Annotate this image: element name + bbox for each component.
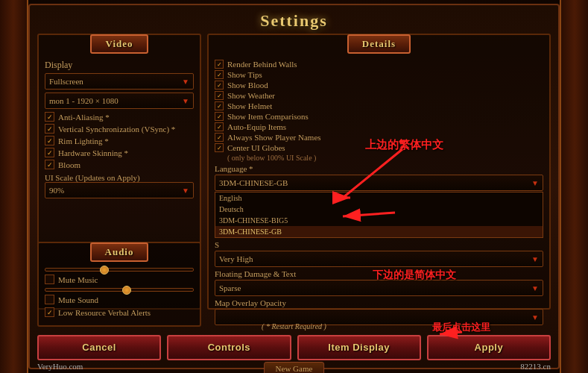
uiscale-dropdown[interactable]: 90% ▼: [45, 182, 194, 198]
cancel-button[interactable]: Cancel: [37, 335, 161, 360]
rimlighting-row[interactable]: Rim Lighting *: [45, 136, 194, 145]
renderbehindwalls-label: Render Behind Walls: [227, 60, 297, 69]
lang-option-english[interactable]: English: [215, 192, 543, 204]
rimlighting-label: Rim Lighting *: [58, 137, 109, 145]
uiscale-arrow-icon: ▼: [182, 186, 189, 195]
detail-centerglobes[interactable]: Center UI Globes: [215, 143, 543, 152]
apply-button[interactable]: Apply: [427, 335, 551, 360]
uiscale-label: UI Scale (Updates on Apply): [45, 173, 194, 182]
mutemusic-label: Mute Music: [58, 275, 98, 284]
detail-showweather[interactable]: Show Weather: [215, 91, 543, 100]
fullscreen-value: Fullscreen: [49, 77, 83, 86]
detail-alwaysshownames[interactable]: Always Show Player Names: [215, 133, 543, 142]
floating-value: Sparse: [219, 283, 241, 292]
centerglobes-label: Center UI Globes: [227, 143, 285, 152]
side-decoration-left: [0, 0, 28, 373]
vsync-row[interactable]: Vertical Synchronization (VSync) *: [45, 124, 194, 134]
floating-label: Floating Damage & Text: [215, 269, 543, 278]
fullscreen-dropdown[interactable]: Fullscreen ▼: [45, 73, 194, 90]
showtips-checkbox[interactable]: [215, 70, 224, 79]
hwskinning-row[interactable]: Hardware Skinning *: [45, 148, 194, 157]
lang-option-big5[interactable]: 3DM-CHINESE-BIG5: [215, 215, 543, 226]
floating-arrow-icon: ▼: [531, 284, 539, 292]
settings-title: Settings: [30, 5, 558, 34]
sound-slider[interactable]: [45, 288, 194, 292]
video-panel-header: Video: [45, 35, 194, 54]
detail-showtips[interactable]: Show Tips: [215, 70, 543, 79]
music-slider-thumb[interactable]: [100, 266, 109, 275]
bloom-row[interactable]: Bloom: [45, 160, 194, 169]
controls-button[interactable]: Controls: [167, 335, 291, 360]
lang-option-deutsch[interactable]: Deutsch: [215, 204, 543, 215]
antialiasing-checkbox[interactable]: [45, 112, 54, 122]
shadow-arrow-icon: ▼: [531, 255, 539, 263]
autoequip-label: Auto-Equip Items: [227, 122, 286, 131]
mutesound-row[interactable]: Mute Sound: [45, 295, 194, 304]
lowresource-label: Low Resource Verbal Alerts: [58, 308, 151, 317]
lowresource-row[interactable]: Low Resource Verbal Alerts: [45, 307, 194, 317]
audio-panel-header: Audio: [45, 243, 194, 262]
fullscreen-arrow-icon: ▼: [182, 78, 189, 86]
resolution-dropdown[interactable]: mon 1 - 1920 × 1080 ▼: [45, 93, 194, 109]
showweather-checkbox[interactable]: [215, 91, 224, 100]
alwaysshownames-checkbox[interactable]: [215, 133, 224, 142]
showblood-checkbox[interactable]: [215, 81, 224, 90]
bloom-checkbox[interactable]: [45, 160, 54, 169]
detail-renderbehindwalls[interactable]: Render Behind Walls: [215, 60, 543, 69]
shadow-label: S: [215, 240, 543, 249]
detail-showhelmet[interactable]: Show Helmet: [215, 101, 543, 110]
hwskinning-checkbox[interactable]: [45, 148, 54, 157]
hwskinning-label: Hardware Skinning *: [58, 148, 128, 157]
new-game-button[interactable]: New Game: [264, 362, 325, 373]
language-dropdown-open[interactable]: English Deutsch 3DM-CHINESE-BIG5 3DM-CHI…: [215, 192, 543, 238]
showweather-label: Show Weather: [227, 91, 275, 100]
language-current: 3DM-CHINESE-GB: [219, 178, 288, 187]
side-decoration-right: [560, 0, 588, 373]
sound-volume-row: [45, 288, 194, 292]
mutemusic-row[interactable]: Mute Music: [45, 275, 194, 284]
language-dropdown[interactable]: 3DM-CHINESE-GB ▼: [215, 175, 543, 191]
antialiasing-label: Anti-Aliasing *: [58, 113, 110, 122]
shadow-value: Very High: [219, 254, 253, 263]
audio-header-label: Audio: [90, 242, 149, 262]
mapopacity-arrow-icon: ▼: [531, 313, 539, 322]
rimlighting-checkbox[interactable]: [45, 136, 54, 145]
autoequip-checkbox[interactable]: [215, 122, 224, 131]
details-panel: Details Render Behind Walls Show Tips Sh…: [207, 34, 551, 310]
language-arrow-icon: ▼: [531, 179, 539, 187]
showitemcomparisons-checkbox[interactable]: [215, 112, 224, 121]
alwaysshownames-label: Always Show Player Names: [227, 133, 321, 142]
music-volume-row: [45, 268, 194, 272]
showhelmet-label: Show Helmet: [227, 101, 272, 110]
resolution-arrow-icon: ▼: [182, 97, 189, 105]
detail-autoequip[interactable]: Auto-Equip Items: [215, 122, 543, 131]
lowresource-checkbox[interactable]: [45, 307, 54, 317]
bottom-buttons: Cancel Controls Item Display Apply: [37, 335, 551, 360]
showblood-label: Show Blood: [227, 81, 268, 90]
centerglobes-checkbox[interactable]: [215, 143, 224, 152]
showitemcomparisons-label: Show Item Comparisons: [227, 112, 309, 121]
language-label: Language *: [215, 164, 543, 173]
resolution-value: mon 1 - 1920 × 1080: [49, 96, 118, 105]
antialiasing-row[interactable]: Anti-Aliasing *: [45, 112, 194, 122]
showtips-label: Show Tips: [227, 70, 262, 79]
detail-showitemcomparisons[interactable]: Show Item Comparisons: [215, 112, 543, 121]
lang-option-gb[interactable]: 3DM-CHINESE-GB: [215, 226, 543, 237]
detail-showblood[interactable]: Show Blood: [215, 81, 543, 90]
globe-note: ( only below 100% UI Scale ): [227, 154, 543, 162]
mutesound-checkbox[interactable]: [45, 295, 54, 304]
floating-dropdown[interactable]: Sparse ▼: [215, 280, 543, 296]
sound-slider-thumb[interactable]: [122, 286, 131, 295]
showhelmet-checkbox[interactable]: [215, 101, 224, 110]
details-panel-header: Details: [215, 35, 543, 54]
vsync-checkbox[interactable]: [45, 124, 54, 134]
item-display-button[interactable]: Item Display: [297, 335, 421, 360]
shadow-dropdown[interactable]: Very High ▼: [215, 251, 543, 267]
watermark-left: VeryHuo.com: [37, 362, 83, 371]
music-slider[interactable]: [45, 268, 194, 272]
watermark-right: 82213.cn: [520, 362, 551, 371]
mutemusic-checkbox[interactable]: [45, 275, 54, 284]
mutesound-label: Mute Sound: [58, 295, 98, 304]
renderbehindwalls-checkbox[interactable]: [215, 60, 224, 69]
audio-panel: Audio Mute Music Mute Sound Low Resource…: [37, 242, 201, 327]
